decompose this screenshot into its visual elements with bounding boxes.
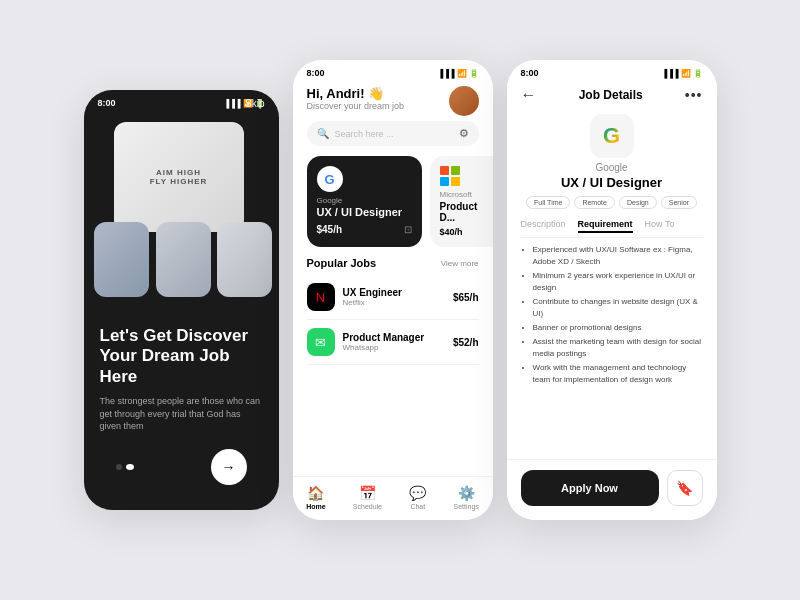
view-more[interactable]: View more	[441, 259, 479, 268]
tag-remote: Remote	[574, 196, 615, 209]
nav-schedule[interactable]: 📅 Schedule	[353, 485, 382, 510]
g-letter: G	[603, 123, 620, 149]
search-bar[interactable]: 🔍 Search here ... ⚙	[307, 121, 479, 146]
search-icon: 🔍	[317, 128, 329, 139]
google-logo: G	[317, 166, 343, 192]
signal-icons-3: ▐▐▐📶🔋	[661, 68, 702, 78]
tab-howto[interactable]: How To	[645, 219, 675, 233]
popular-header: Popular Jobs View more	[307, 257, 479, 269]
search-content: Hi, Andri! 👋 Discover your dream job 🔍 S…	[293, 82, 493, 365]
whatsapp-job-title: Product Manager	[343, 332, 453, 343]
page-title: Job Details	[579, 88, 643, 102]
settings-label: Settings	[454, 503, 479, 510]
greeting-row: Hi, Andri! 👋 Discover your dream job	[307, 86, 479, 119]
onboarding-content: Let's Get Discover Your Dream Job Here T…	[84, 312, 279, 499]
settings-icon: ⚙️	[458, 485, 475, 501]
dot-2	[126, 464, 134, 470]
netflix-logo: N	[307, 283, 335, 311]
dot-1	[116, 464, 122, 470]
whatsapp-company: Whatsapp	[343, 343, 453, 352]
google-company: Google	[317, 196, 412, 205]
featured-card-google[interactable]: G Google UX / UI Designer $45/h ⊡	[307, 156, 422, 247]
popular-section: Popular Jobs View more N UX Engineer Net…	[307, 257, 479, 365]
home-label: Home	[306, 503, 325, 510]
ms-rate: $40/h	[440, 227, 493, 237]
status-bar-2: 8:00 ▐▐▐📶🔋	[293, 60, 493, 82]
signal-icons-2: ▐▐▐📶🔋	[437, 68, 478, 78]
popular-title: Popular Jobs	[307, 257, 377, 269]
netflix-rate: $65/h	[453, 292, 479, 303]
details-content: ← Job Details ••• G Google UX / UI Desig…	[507, 82, 717, 386]
requirements-list: Experienced with UX/UI Software ex : Fig…	[521, 244, 703, 386]
ms-green	[451, 166, 460, 175]
more-button[interactable]: •••	[685, 87, 703, 103]
schedule-icon: 📅	[359, 485, 376, 501]
job-item-whatsapp[interactable]: ✉ Product Manager Whatsapp $52/h	[307, 320, 479, 365]
onboarding-bottom: →	[100, 449, 263, 485]
chat-icon: 💬	[409, 485, 426, 501]
whatsapp-logo: ✉	[307, 328, 335, 356]
image-stack: AIM HIGHFLY HIGHER	[84, 112, 279, 312]
pagination-dots	[116, 464, 134, 470]
greeting-text: Hi, Andri! 👋	[307, 86, 405, 101]
bottom-actions: Apply Now 🔖	[507, 459, 717, 520]
job-search-screen: 8:00 ▐▐▐📶🔋 Hi, Andri! 👋 Discover your dr…	[293, 60, 493, 520]
thumb-left	[94, 222, 149, 297]
google-rate-row: $45/h ⊡	[317, 224, 412, 235]
company-section: G Google UX / UI Designer Full Time Remo…	[521, 114, 703, 209]
whatsapp-rate: $52/h	[453, 337, 479, 348]
job-details-screen: 8:00 ▐▐▐📶🔋 ← Job Details ••• G Google UX…	[507, 60, 717, 520]
google-job-title: UX / UI Designer	[317, 206, 412, 218]
job-title-big: UX / UI Designer	[561, 175, 662, 190]
discover-text: Discover your dream job	[307, 101, 405, 111]
tag-design: Design	[619, 196, 657, 209]
onboarding-headline: Let's Get Discover Your Dream Job Here	[100, 326, 263, 387]
req-6: Work with the management and technology …	[533, 362, 703, 386]
thumb-center	[156, 222, 211, 297]
avatar[interactable]	[449, 86, 479, 116]
chat-label: Chat	[410, 503, 425, 510]
job-tags: Full Time Remote Design Senior	[526, 196, 697, 209]
tab-description[interactable]: Description	[521, 219, 566, 233]
tag-senior: Senior	[661, 196, 697, 209]
status-bar-3: 8:00 ▐▐▐📶🔋	[507, 60, 717, 82]
apply-button[interactable]: Apply Now	[521, 470, 659, 506]
nav-chat[interactable]: 💬 Chat	[409, 485, 426, 510]
ms-blue	[440, 177, 449, 186]
skip-button[interactable]: Skip	[245, 98, 264, 109]
next-button[interactable]: →	[211, 449, 247, 485]
bookmark-button[interactable]: 🔖	[667, 470, 703, 506]
save-icon[interactable]: ⊡	[404, 224, 412, 235]
featured-card-microsoft[interactable]: Microsoft Product D... $40/h	[430, 156, 493, 247]
req-4: Banner or promotional designs	[533, 322, 703, 334]
time-3: 8:00	[521, 68, 539, 78]
microsoft-logo	[440, 166, 460, 186]
netflix-company: Netflix	[343, 298, 453, 307]
nav-home[interactable]: 🏠 Home	[306, 485, 325, 510]
req-2: Minimum 2 years work experience in UX/UI…	[533, 270, 703, 294]
hero-image: AIM HIGHFLY HIGHER	[114, 122, 244, 232]
ms-yellow	[451, 177, 460, 186]
req-3: Contribute to changes in website design …	[533, 296, 703, 320]
netflix-info: UX Engineer Netflix	[343, 287, 453, 307]
onboarding-screen: 8:00 ▐▐▐📶🔋 Skip AIM HIGHFLY HIGHER Let's…	[84, 90, 279, 510]
time-1: 8:00	[98, 98, 116, 108]
search-placeholder: Search here ...	[335, 129, 459, 139]
nav-settings[interactable]: ⚙️ Settings	[454, 485, 479, 510]
home-icon: 🏠	[307, 485, 324, 501]
back-button[interactable]: ←	[521, 86, 537, 104]
ms-job-title: Product D...	[440, 201, 493, 223]
tag-fulltime: Full Time	[526, 196, 570, 209]
job-item-netflix[interactable]: N UX Engineer Netflix $65/h	[307, 275, 479, 320]
req-5: Assist the marketing team with design fo…	[533, 336, 703, 360]
schedule-label: Schedule	[353, 503, 382, 510]
google-logo-big: G	[590, 114, 634, 158]
google-rate: $45/h	[317, 224, 343, 235]
filter-icon[interactable]: ⚙	[459, 127, 469, 140]
req-1: Experienced with UX/UI Software ex : Fig…	[533, 244, 703, 268]
netflix-job-title: UX Engineer	[343, 287, 453, 298]
tab-requirement[interactable]: Requirement	[578, 219, 633, 233]
featured-section: G Google UX / UI Designer $45/h ⊡	[307, 156, 479, 247]
detail-tabs: Description Requirement How To	[521, 219, 703, 238]
company-name: Google	[595, 162, 627, 173]
